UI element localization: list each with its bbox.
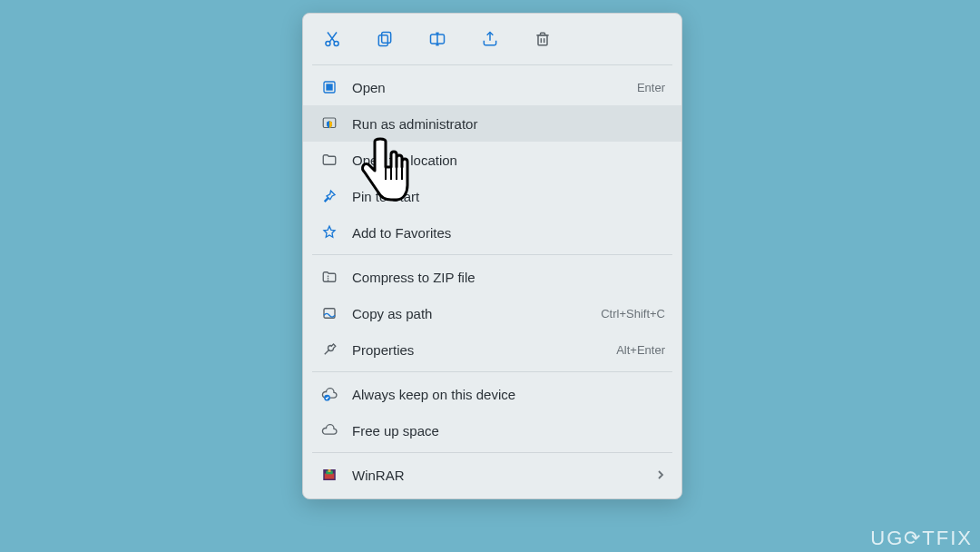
chevron-right-icon bbox=[656, 469, 665, 480]
separator bbox=[312, 452, 672, 453]
svg-rect-5 bbox=[378, 35, 387, 46]
rename-button[interactable] bbox=[425, 26, 450, 52]
menu-item-winrar[interactable]: WinRAR bbox=[303, 457, 681, 493]
svg-rect-22 bbox=[328, 469, 331, 472]
svg-rect-10 bbox=[538, 35, 547, 45]
menu-shortcut: Ctrl+Shift+C bbox=[601, 307, 665, 320]
cut-icon bbox=[323, 30, 341, 48]
share-button[interactable] bbox=[477, 26, 503, 52]
delete-icon bbox=[534, 30, 552, 48]
menu-label: Always keep on this device bbox=[352, 387, 665, 402]
rename-icon bbox=[428, 30, 446, 48]
menu-label: WinRAR bbox=[352, 468, 656, 483]
svg-rect-20 bbox=[325, 474, 335, 479]
delete-button[interactable] bbox=[530, 26, 555, 52]
menu-label: Properties bbox=[352, 342, 616, 358]
menu-label: Compress to ZIP file bbox=[352, 270, 665, 285]
menu-item-compress[interactable]: Compress to ZIP file bbox=[303, 259, 681, 295]
menu-item-open[interactable]: Open Enter bbox=[303, 69, 681, 105]
folder-icon bbox=[319, 150, 339, 170]
menu-item-favorites[interactable]: Add to Favorites bbox=[303, 214, 681, 251]
open-icon bbox=[319, 77, 339, 97]
separator bbox=[312, 254, 672, 255]
menu-item-keep-device[interactable]: Always keep on this device bbox=[303, 376, 681, 412]
pin-icon bbox=[319, 186, 339, 206]
star-icon bbox=[319, 222, 339, 242]
menu-label: Open bbox=[352, 80, 637, 95]
menu-label: Copy as path bbox=[352, 306, 601, 321]
watermark-logo: UG⟳TFIX bbox=[870, 527, 973, 550]
separator bbox=[312, 371, 672, 372]
separator bbox=[312, 64, 672, 65]
copy-icon bbox=[376, 30, 394, 48]
cloud-check-icon bbox=[319, 384, 339, 404]
menu-shortcut: Alt+Enter bbox=[616, 343, 665, 357]
cloud-icon bbox=[319, 420, 339, 440]
menu-label: Run as administrator bbox=[352, 116, 665, 132]
share-icon bbox=[481, 30, 499, 48]
menu-item-copy-path[interactable]: Copy as path Ctrl+Shift+C bbox=[303, 295, 681, 331]
copy-path-icon bbox=[319, 303, 339, 323]
menu-label: Add to Favorites bbox=[352, 225, 665, 241]
cut-button[interactable] bbox=[319, 26, 345, 52]
context-toolbar bbox=[303, 21, 681, 61]
wrench-icon bbox=[319, 340, 339, 360]
hand-cursor-icon bbox=[357, 136, 413, 207]
menu-item-properties[interactable]: Properties Alt+Enter bbox=[303, 331, 681, 368]
zip-icon bbox=[319, 267, 339, 287]
context-menu: Open Enter Run as administrator Open fil… bbox=[302, 13, 682, 499]
menu-shortcut: Enter bbox=[637, 81, 665, 94]
shield-icon bbox=[319, 113, 339, 133]
svg-rect-4 bbox=[382, 33, 391, 44]
menu-label: Free up space bbox=[352, 423, 665, 439]
winrar-icon bbox=[319, 465, 339, 485]
menu-item-free-space[interactable]: Free up space bbox=[303, 412, 681, 448]
copy-button[interactable] bbox=[372, 26, 397, 52]
svg-rect-14 bbox=[327, 84, 332, 90]
